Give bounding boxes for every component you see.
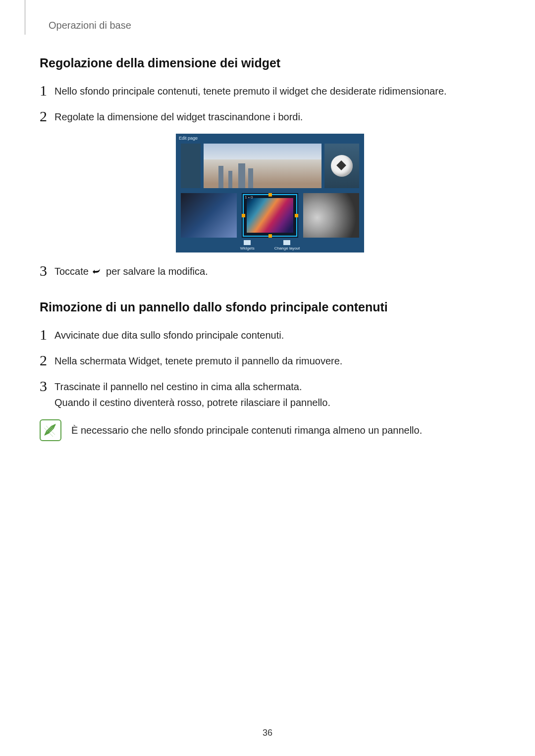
step-text: Nello sfondo principale contenuti, tenet… <box>54 82 447 99</box>
figure-footer-change-layout: Change layout <box>274 240 300 251</box>
heading-widget-resize: Regolazione della dimensione dei widget <box>40 56 500 70</box>
figure-thumb-right <box>303 193 359 238</box>
step-number: 3 <box>40 262 54 279</box>
figure-side-strip <box>181 144 201 188</box>
step-number: 3 <box>40 378 54 395</box>
step-1-1: 1 Nello sfondo principale contenuti, ten… <box>40 82 500 99</box>
step-1-3: 3 Toccate per salvare la modifica. <box>40 262 500 280</box>
step-text-line2: Quando il cestino diventerà rosso, potre… <box>54 395 330 410</box>
figure-header-label: Edit page <box>179 136 198 141</box>
step-number: 2 <box>40 108 54 125</box>
soccer-ball-icon <box>331 155 353 177</box>
step-2-2: 2 Nella schermata Widget, tenete premuto… <box>40 352 500 369</box>
step-text: Regolate la dimensione del widget trasci… <box>54 108 303 125</box>
step-text-after: per salvare la modifica. <box>106 266 208 277</box>
page-number: 36 <box>0 728 535 738</box>
step-number: 2 <box>40 352 54 369</box>
step-1-2: 2 Regolate la dimensione del widget tras… <box>40 108 500 125</box>
step-text: Trascinate il pannello nel cestino in ci… <box>54 378 330 410</box>
step-2-1: 1 Avvicinate due dita sullo sfondo princ… <box>40 326 500 343</box>
figure-widget-resize: Edit page 1 • 0 <box>40 134 500 252</box>
figure-thumb-left <box>181 193 237 238</box>
step-text-line1: Trascinate il pannello nel cestino in ci… <box>54 379 330 395</box>
step-number: 1 <box>40 82 54 99</box>
note-text: È necessario che nello sfondo principale… <box>71 419 422 438</box>
figure-selected-widget: 1 • 0 <box>242 193 298 238</box>
figure-footer-change-layout-label: Change layout <box>274 246 300 251</box>
heading-remove-panel: Rimozione di un pannello dallo sfondo pr… <box>40 300 500 314</box>
step-text: Nella schermata Widget, tenete premuto i… <box>54 352 342 369</box>
breadcrumb: Operazioni di base <box>49 20 500 31</box>
figure-footer-widgets-label: Widgets <box>240 246 255 251</box>
step-text-before: Toccate <box>54 266 91 277</box>
back-icon <box>91 264 103 280</box>
figure-top-ball-tile <box>324 144 359 188</box>
note-icon <box>40 419 61 441</box>
figure-top-tile <box>204 144 321 188</box>
step-text: Avvicinate due dita sullo sfondo princip… <box>54 326 284 343</box>
step-text: Toccate per salvare la modifica. <box>54 262 208 280</box>
figure-footer-widgets: Widgets <box>240 240 255 251</box>
step-2-3: 3 Trascinate il pannello nel cestino in … <box>40 378 500 410</box>
note: È necessario che nello sfondo principale… <box>40 419 500 441</box>
step-number: 1 <box>40 326 54 343</box>
